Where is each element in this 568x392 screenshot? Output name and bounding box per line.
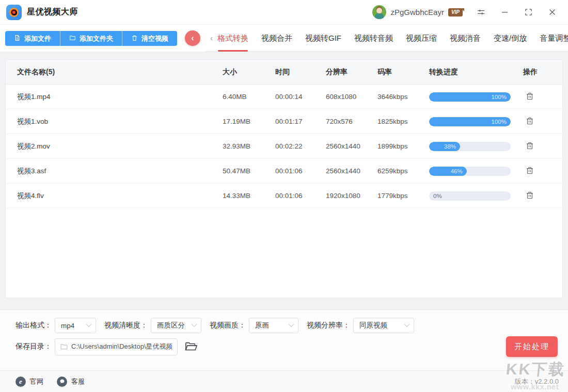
- chevron-down-icon: [288, 321, 294, 327]
- add-folder-button[interactable]: 添加文件夹: [60, 31, 122, 46]
- action-cell: [523, 166, 562, 177]
- settings-panel: 输出格式： mp4 视频清晰度： 画质区分 视频画质： 原画 视频分辨率： 同原…: [0, 309, 568, 370]
- file-size: 32.93MB: [223, 142, 275, 150]
- action-cell: [523, 141, 562, 152]
- progress-label: 46%: [451, 167, 463, 176]
- progress-bar: 100%: [429, 117, 511, 126]
- close-button[interactable]: [546, 7, 558, 18]
- file-list-card: 文件名称(5) 大小 时间 分辨率 码率 转换进度 操作 视频1.mp46.40…: [5, 59, 563, 298]
- file-duration: 00:00:14: [275, 93, 326, 101]
- user-avatar[interactable]: [372, 5, 386, 19]
- tab-speed-reverse[interactable]: 变速/倒放: [494, 25, 527, 52]
- tab-video-to-audio[interactable]: 视频转音频: [354, 25, 393, 52]
- delete-file-button[interactable]: [525, 141, 535, 151]
- tabs-back-button[interactable]: ‹: [185, 30, 200, 46]
- file-bitrate: 1779kbps: [377, 192, 429, 200]
- file-bitrate: 3646kbps: [377, 93, 429, 101]
- progress-label: 38%: [444, 142, 456, 151]
- title-bar: 星优视频大师 zPgGwbhcEayr VIP: [0, 0, 568, 25]
- tab-volume-adjust[interactable]: 音量调整: [540, 25, 568, 52]
- footer: e 官网 客服 版本：v2.2.0.0: [0, 370, 568, 392]
- tab-video-merge[interactable]: 视频合并: [261, 25, 292, 52]
- toolbar: 添加文件 添加文件夹 清空视频 ‹ ‹ 格式转换 视频合并 视频转GIF 视频转…: [0, 25, 568, 52]
- progress-label: 100%: [492, 92, 507, 102]
- col-file-name: 文件名称(5): [12, 68, 223, 77]
- website-icon: e: [15, 377, 26, 387]
- progress-cell: 0%: [429, 191, 523, 201]
- username[interactable]: zPgGwbhcEayr: [391, 8, 444, 17]
- tab-video-compress[interactable]: 视频压缩: [406, 25, 437, 52]
- add-file-button[interactable]: 添加文件: [5, 31, 60, 46]
- table-row: 视频4.flv14.33MB00:01:061920x10801779kbps0…: [6, 184, 562, 208]
- chevron-down-icon: [191, 321, 197, 327]
- app-logo-icon: [6, 5, 22, 20]
- tab-bar: ‹ 格式转换 视频合并 视频转GIF 视频转音频 视频压缩 视频消音 变速/倒放…: [206, 25, 568, 52]
- delete-file-button[interactable]: [525, 116, 535, 126]
- progress-bar: 0%: [429, 191, 511, 201]
- file-name: 视频1.mp4: [12, 92, 223, 102]
- quality-select[interactable]: 原画: [249, 318, 298, 333]
- file-bitrate: 6259kbps: [377, 167, 429, 175]
- progress-cell: 100%: [429, 117, 523, 126]
- file-size: 50.47MB: [223, 167, 275, 175]
- file-size: 14.33MB: [223, 192, 275, 200]
- delete-file-button[interactable]: [525, 190, 535, 201]
- tab-scroll-left-icon[interactable]: ‹: [206, 34, 217, 42]
- folder-open-icon: [185, 341, 197, 352]
- tab-format-convert[interactable]: 格式转换: [217, 25, 248, 52]
- progress-label: 0%: [433, 191, 442, 201]
- progress-cell: 38%: [429, 142, 523, 151]
- file-bitrate: 1825kbps: [377, 118, 429, 125]
- save-dir-label: 保存目录：: [15, 342, 52, 351]
- save-dir-input[interactable]: C:\Users\admin\Desktop\星优视频: [55, 338, 178, 355]
- maximize-button[interactable]: [523, 7, 534, 18]
- table-row: 视频1.vob17.19MB00:01:17720x5761825kbps100…: [6, 109, 562, 134]
- table-row: 视频3.asf50.47MB00:01:062560x14406259kbps4…: [6, 159, 562, 184]
- official-website-link[interactable]: e 官网: [15, 377, 43, 387]
- table-row: 视频1.mp46.40MB00:00:14608x10803646kbps100…: [6, 85, 562, 109]
- file-duration: 00:01:06: [275, 192, 326, 200]
- file-icon: [14, 35, 21, 43]
- file-resolution: 2560x1440: [326, 167, 377, 175]
- tab-video-mute[interactable]: 视频消音: [450, 25, 481, 52]
- progress-label: 100%: [492, 117, 507, 126]
- file-duration: 00:01:06: [275, 167, 326, 175]
- save-dir-path: C:\Users\admin\Desktop\星优视频: [71, 342, 173, 351]
- clarity-select[interactable]: 画质区分: [151, 318, 201, 333]
- file-size: 6.40MB: [223, 93, 275, 101]
- progress-cell: 100%: [429, 92, 523, 102]
- file-size: 17.19MB: [223, 118, 275, 125]
- minimize-button[interactable]: [499, 7, 510, 18]
- delete-file-button[interactable]: [525, 166, 535, 176]
- resolution-select[interactable]: 同原视频: [353, 318, 414, 333]
- file-name: 视频4.flv: [12, 191, 223, 201]
- main-area: 文件名称(5) 大小 时间 分辨率 码率 转换进度 操作 视频1.mp46.40…: [0, 52, 568, 309]
- file-resolution: 1920x1080: [326, 192, 377, 200]
- clear-videos-button[interactable]: 清空视频: [122, 31, 177, 46]
- folder-icon: [69, 35, 76, 43]
- trash-icon: [131, 35, 138, 43]
- output-format-select[interactable]: mp4: [55, 318, 96, 333]
- quality-label: 视频画质：: [210, 321, 246, 330]
- settings-sliders-icon[interactable]: [475, 7, 486, 18]
- delete-file-button[interactable]: [525, 91, 535, 102]
- progress-bar: 38%: [429, 142, 511, 151]
- col-action: 操作: [523, 68, 562, 77]
- start-processing-button[interactable]: 开始处理: [506, 336, 558, 357]
- folder-small-icon: [60, 344, 68, 350]
- file-name: 视频3.asf: [12, 167, 223, 176]
- file-duration: 00:01:17: [275, 118, 326, 125]
- progress-bar: 100%: [429, 92, 511, 102]
- chevron-down-icon: [404, 321, 409, 327]
- action-cell: [523, 190, 562, 202]
- tab-video-to-gif[interactable]: 视频转GIF: [305, 25, 341, 52]
- customer-support-link[interactable]: 客服: [57, 377, 85, 387]
- app-title: 星优视频大师: [27, 7, 78, 18]
- col-resolution: 分辨率: [326, 68, 377, 77]
- browse-folder-button[interactable]: [185, 341, 197, 352]
- progress-cell: 46%: [429, 167, 523, 176]
- chat-bubble-icon: [57, 377, 67, 387]
- file-bitrate: 1899kbps: [377, 142, 429, 150]
- vip-badge: VIP: [448, 8, 463, 17]
- file-resolution: 608x1080: [326, 93, 377, 101]
